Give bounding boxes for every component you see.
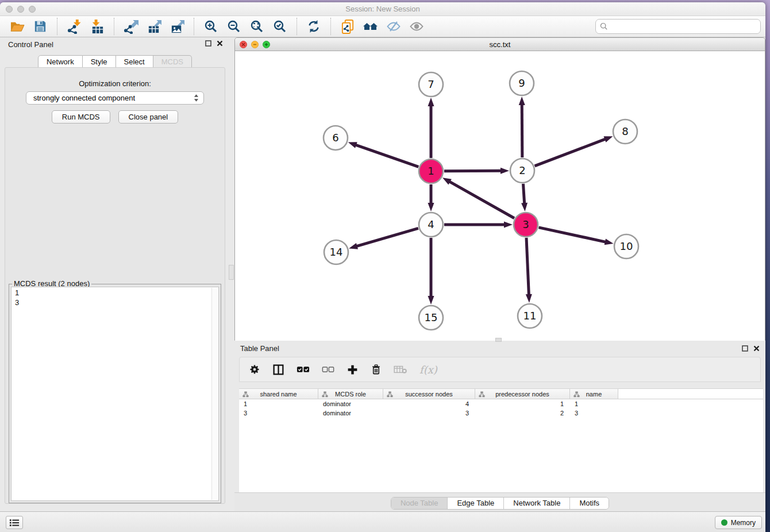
column-header-MCDS-role[interactable]: MCDS role — [318, 389, 383, 399]
refresh-button[interactable] — [305, 17, 323, 36]
save-session-button[interactable] — [31, 17, 49, 36]
result-scrollbar[interactable] — [211, 288, 218, 500]
close-panel-button[interactable]: Close panel — [118, 110, 179, 124]
tab-style[interactable]: Style — [83, 55, 116, 68]
task-history-button[interactable] — [6, 516, 23, 529]
table-settings-button[interactable] — [249, 364, 260, 375]
status-bar: Memory — [0, 511, 765, 532]
open-session-button[interactable] — [8, 17, 26, 36]
toolbar-separator — [330, 18, 331, 35]
cell-MCDS-role[interactable]: dominator — [318, 399, 383, 408]
search-input[interactable] — [595, 19, 761, 34]
show-columns-button[interactable] — [272, 364, 284, 376]
network-zoom-button[interactable] — [263, 41, 270, 48]
graph-edge-3-10[interactable] — [538, 228, 606, 242]
cell-successor-nodes[interactable]: 3 — [383, 408, 475, 418]
cell-name[interactable]: 3 — [570, 408, 618, 418]
tab-edge-table[interactable]: Edge Table — [448, 498, 504, 509]
graph-edge-1-2[interactable] — [444, 171, 502, 171]
network-graph[interactable]: 7968124314101511 — [235, 51, 765, 341]
import-table-button[interactable] — [88, 17, 106, 36]
traffic-lights — [6, 6, 36, 13]
refresh-icon — [307, 20, 321, 33]
network-close-button[interactable] — [240, 41, 247, 48]
cell-name[interactable]: 1 — [570, 399, 618, 408]
graph-node-label: 2 — [519, 164, 525, 176]
tab-motifs[interactable]: Motifs — [570, 498, 609, 509]
graph-node-label: 15 — [425, 311, 438, 323]
list-icon — [9, 518, 20, 527]
tab-mcds[interactable]: MCDS — [153, 55, 192, 68]
column-header-predecessor-nodes[interactable]: predecessor nodes — [475, 389, 570, 399]
graph-edge-2-3[interactable] — [523, 184, 524, 205]
graph-node-label: 8 — [622, 125, 628, 137]
table-row[interactable]: 1dominator411 — [239, 399, 763, 408]
close-panel-icon[interactable] — [753, 345, 760, 352]
horizontal-splitter-handle[interactable] — [495, 338, 502, 342]
graph-edge-1-6[interactable] — [355, 145, 418, 167]
cell-predecessor-nodes[interactable]: 1 — [475, 399, 570, 408]
zoom-selected-button[interactable] — [271, 17, 289, 36]
create-column-button[interactable] — [346, 364, 359, 376]
cell-successor-nodes[interactable]: 4 — [383, 399, 475, 408]
close-panel-icon[interactable] — [217, 40, 223, 47]
mcds-result-textarea[interactable]: 1 3 — [11, 287, 219, 501]
table-row[interactable]: 3dominator323 — [239, 408, 763, 418]
import-network-icon — [67, 20, 82, 34]
graph-edge-2-9[interactable] — [522, 103, 522, 157]
export-table-button[interactable] — [145, 17, 163, 36]
hide-panel-button[interactable] — [384, 17, 403, 36]
vertical-splitter-handle[interactable] — [229, 265, 234, 280]
graph-edge-4-14[interactable] — [356, 228, 418, 246]
delete-table-button[interactable] — [394, 364, 407, 375]
close-window-button[interactable] — [6, 6, 13, 13]
select-all-button[interactable] — [297, 365, 310, 373]
network-canvas[interactable]: 7968124314101511 — [235, 51, 765, 341]
export-network-button[interactable] — [122, 17, 140, 36]
tab-network[interactable]: Network — [38, 55, 83, 68]
memory-button[interactable]: Memory — [715, 516, 762, 529]
column-sort-tree-icon — [479, 391, 485, 398]
minimize-window-button[interactable] — [17, 6, 24, 13]
cell-predecessor-nodes[interactable]: 2 — [475, 408, 570, 418]
graph-edge-arrowhead — [504, 222, 513, 228]
function-builder-button[interactable]: f(x) — [419, 364, 437, 376]
graph-edge-3-11[interactable] — [526, 238, 529, 296]
zoom-out-button[interactable] — [225, 17, 243, 36]
graph-node-label: 10 — [620, 240, 633, 252]
network-minimize-button[interactable] — [251, 41, 259, 48]
column-header-shared-name[interactable]: shared name — [239, 389, 318, 399]
float-panel-icon[interactable] — [205, 40, 211, 47]
graph-edge-3-1[interactable] — [448, 181, 514, 218]
run-mcds-button[interactable]: Run MCDS — [52, 110, 110, 124]
zoom-window-button[interactable] — [29, 6, 36, 13]
tab-node-table[interactable]: Node Table — [391, 498, 448, 509]
import-network-button[interactable] — [65, 17, 83, 36]
delete-column-button[interactable] — [371, 364, 382, 376]
graph-edge-2-8[interactable] — [535, 138, 607, 165]
cell-shared-name[interactable]: 1 — [239, 399, 318, 408]
column-header-successor-nodes[interactable]: successor nodes — [383, 389, 475, 399]
tab-select[interactable]: Select — [116, 55, 153, 68]
export-image-button[interactable] — [168, 17, 186, 36]
toolbar-separator — [114, 18, 114, 35]
cell-shared-name[interactable]: 3 — [239, 408, 318, 418]
home-button[interactable] — [361, 17, 380, 36]
deselect-all-button[interactable] — [322, 366, 334, 373]
optimization-criterion-select[interactable]: strongly connected component — [26, 91, 204, 105]
zoom-in-button[interactable] — [202, 17, 220, 36]
column-header-label: shared name — [260, 391, 297, 398]
tab-network-table[interactable]: Network Table — [504, 498, 570, 509]
eye-slash-icon — [387, 20, 401, 33]
cell-MCDS-role[interactable]: dominator — [318, 408, 383, 418]
node-table[interactable]: shared nameMCDS rolesuccessor nodesprede… — [239, 388, 763, 492]
graph-node-label: 6 — [332, 132, 338, 144]
control-panel-header: Control Panel — [0, 37, 230, 52]
plus-icon — [346, 364, 359, 376]
column-header-name[interactable]: name — [570, 389, 618, 399]
float-panel-icon[interactable] — [742, 345, 748, 352]
toolbar-separator — [194, 18, 194, 35]
zoom-fit-button[interactable] — [248, 17, 266, 36]
new-network-from-selection-button[interactable] — [338, 17, 357, 36]
show-panel-button[interactable] — [407, 17, 426, 36]
